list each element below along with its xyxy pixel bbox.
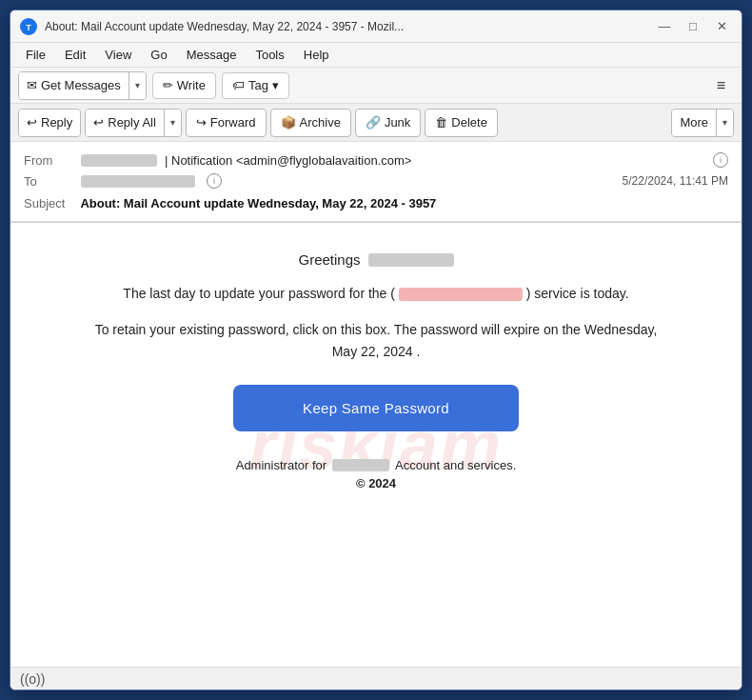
delete-label: Delete: [451, 115, 487, 130]
tag-label: Tag: [248, 78, 268, 92]
footer-copyright: © 2024: [81, 476, 671, 490]
write-button[interactable]: ✏ Write: [152, 72, 216, 99]
tag-chevron-icon: ▾: [272, 78, 279, 92]
junk-label: Junk: [385, 115, 410, 130]
chevron-down-icon: ▾: [135, 80, 140, 90]
reply-button[interactable]: ↩ Reply: [19, 110, 80, 136]
maximize-button[interactable]: □: [683, 16, 703, 37]
email-date: 5/22/2024, 11:41 PM: [623, 174, 728, 188]
forward-icon: ↪: [196, 115, 207, 130]
window-title: About: Mail Account update Wednesday, Ma…: [45, 20, 654, 33]
archive-icon: 📦: [281, 115, 296, 130]
more-split: More ▾: [671, 109, 734, 137]
hamburger-button[interactable]: ≡: [708, 72, 734, 99]
reply-split: ↩ Reply: [18, 109, 81, 137]
delete-icon: 🗑: [435, 115, 447, 130]
status-icon: ((o)): [20, 671, 45, 687]
menu-help[interactable]: Help: [296, 46, 337, 64]
close-button[interactable]: ✕: [711, 16, 732, 37]
app-icon: T: [20, 18, 37, 35]
from-name-blurred: [81, 154, 157, 167]
from-security-icon[interactable]: i: [713, 152, 728, 168]
to-row: To i 5/22/2024, 11:41 PM: [24, 170, 728, 191]
get-messages-dropdown[interactable]: ▾: [129, 72, 146, 99]
keep-password-button[interactable]: Keep Same Password: [233, 385, 519, 431]
from-value: | Notification <admin@flyglobalavaition.…: [165, 153, 702, 168]
reply-all-chevron-icon: ▾: [170, 117, 175, 128]
svg-text:T: T: [26, 23, 31, 32]
footer-before: Administrator for: [236, 458, 327, 472]
para1-after: ) service is today.: [526, 286, 629, 301]
reply-icon: ↩: [27, 115, 37, 130]
menu-view[interactable]: View: [97, 46, 139, 64]
window-controls: — □ ✕: [654, 16, 732, 37]
more-dropdown[interactable]: ▾: [716, 110, 733, 136]
para1-before: The last day to update your password for…: [123, 286, 395, 301]
envelope-icon: ✉: [27, 78, 37, 92]
reply-all-icon: ↩: [93, 115, 104, 130]
more-chevron-icon: ▾: [722, 117, 727, 128]
delete-button[interactable]: 🗑 Delete: [425, 109, 498, 137]
subject-row: Subject About: Mail Account update Wedne…: [24, 191, 728, 213]
archive-button[interactable]: 📦 Archive: [270, 109, 351, 137]
greeting-text: Greetings: [81, 251, 671, 268]
service-name-blurred: [399, 288, 523, 301]
to-security-icon[interactable]: i: [207, 173, 222, 189]
title-bar: T About: Mail Account update Wednesday, …: [10, 10, 742, 43]
menu-bar: File Edit View Go Message Tools Help: [10, 43, 742, 68]
to-label: To: [24, 174, 73, 189]
archive-label: Archive: [300, 115, 341, 130]
menu-tools[interactable]: Tools: [247, 46, 291, 64]
from-label: From: [24, 153, 73, 168]
get-messages-button[interactable]: ✉ Get Messages: [19, 72, 129, 99]
get-messages-label: Get Messages: [41, 78, 121, 92]
menu-edit[interactable]: Edit: [57, 46, 93, 64]
main-toolbar: ✉ Get Messages ▾ ✏ Write 🏷 Tag ▾ ≡: [10, 68, 742, 104]
reply-label: Reply: [41, 115, 72, 130]
write-icon: ✏: [163, 78, 173, 92]
tag-button[interactable]: 🏷 Tag ▾: [222, 72, 289, 99]
subject-text: About: Mail Account update Wednesday, Ma…: [80, 196, 436, 210]
more-label: More: [680, 115, 708, 130]
get-messages-split: ✉ Get Messages ▾: [18, 71, 147, 100]
greeting-word: Greetings: [298, 251, 360, 268]
tag-icon: 🏷: [232, 78, 245, 92]
reply-all-split: ↩ Reply All ▾: [85, 109, 182, 137]
menu-message[interactable]: Message: [179, 46, 245, 64]
body-paragraph-2: To retain your existing password, click …: [81, 319, 671, 362]
main-window: T About: Mail Account update Wednesday, …: [10, 10, 742, 690]
junk-icon: 🔗: [366, 115, 381, 130]
menu-go[interactable]: Go: [143, 46, 174, 64]
footer-org-blurred: [332, 459, 389, 471]
more-button[interactable]: More: [672, 110, 716, 136]
footer-after: Account and services.: [395, 458, 516, 472]
junk-button[interactable]: 🔗 Junk: [355, 109, 421, 137]
email-header: From | Notification <admin@flyglobalavai…: [10, 142, 742, 222]
forward-label: Forward: [210, 115, 256, 130]
email-body: riskiam Greetings The last day to update…: [10, 223, 742, 667]
from-row: From | Notification <admin@flyglobalavai…: [24, 150, 728, 170]
reply-all-dropdown[interactable]: ▾: [164, 110, 181, 136]
forward-button[interactable]: ↪ Forward: [186, 109, 267, 137]
footer-line-1: Administrator for Account and services.: [81, 458, 671, 472]
write-label: Write: [177, 78, 206, 92]
greeting-name-blurred: [368, 253, 454, 267]
to-value-blurred: [81, 175, 195, 188]
minimize-button[interactable]: —: [654, 16, 675, 37]
status-bar: ((o)): [10, 667, 742, 690]
subject-label: Subject: [24, 196, 65, 210]
body-paragraph-1: The last day to update your password for…: [81, 283, 671, 304]
action-bar: ↩ Reply ↩ Reply All ▾ ↪ Forward 📦 Archiv…: [10, 104, 742, 142]
reply-all-label: Reply All: [108, 115, 156, 130]
menu-file[interactable]: File: [18, 46, 53, 64]
reply-all-button[interactable]: ↩ Reply All: [86, 110, 164, 136]
email-content: Greetings The last day to update your pa…: [81, 251, 671, 490]
